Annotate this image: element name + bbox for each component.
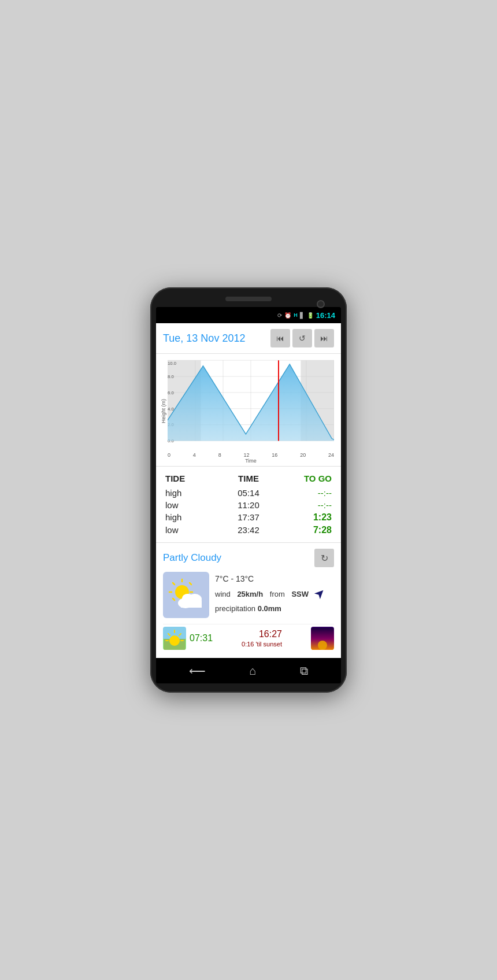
wind-from: from: [270, 590, 285, 598]
weather-title: Partly Cloudy: [163, 552, 221, 564]
tide-chart: Height (m): [156, 354, 341, 467]
weather-icon-box: [163, 572, 209, 618]
back-nav-icon[interactable]: ⟵: [189, 664, 206, 678]
refresh-button[interactable]: ↺: [292, 329, 312, 347]
alarm-icon: ⏰: [284, 312, 291, 319]
sunset-til: 0:16 'til sunset: [242, 641, 282, 648]
svg-point-45: [318, 641, 327, 650]
svg-line-29: [190, 583, 191, 585]
wind-label: wind: [215, 590, 231, 598]
phone-screen: ⟳ ⏰ H ▋ 🔋 16:14 Tue, 13 Nov 2012 ⏮ ↺ ⏭ H…: [156, 307, 341, 683]
xtick-8: 8: [218, 452, 221, 458]
weather-main: 7°C - 13°C wind 25km/h from SSW ➤ precip…: [163, 572, 334, 618]
nav-bar: ⟵ ⌂ ⧉: [156, 658, 341, 683]
sunrise-time: 07:31: [190, 633, 213, 644]
weather-precip: precipitation 0.0mm: [215, 604, 334, 613]
svg-text:6.0: 6.0: [168, 390, 174, 395]
chart-inner: 0.0 2.0 4.0 6.0 8.0 10.0: [168, 358, 334, 464]
table-row: high 17:37 1:23: [165, 511, 332, 524]
xtick-0: 0: [168, 452, 170, 458]
tide-col3-header: TO GO: [285, 474, 332, 483]
sunrise-svg: [164, 628, 186, 650]
svg-text:4.0: 4.0: [168, 406, 174, 412]
home-nav-icon[interactable]: ⌂: [249, 664, 256, 678]
weather-section: Partly Cloudy ↻: [156, 543, 341, 658]
tide-type-1: high: [165, 488, 212, 498]
weather-details: 7°C - 13°C wind 25km/h from SSW ➤ precip…: [215, 572, 334, 613]
tide-table-header: TIDE TIME TO GO: [165, 472, 332, 485]
xtick-24: 24: [328, 452, 334, 458]
weather-wind: wind 25km/h from SSW ➤: [215, 586, 334, 601]
precip-value: 0.0mm: [258, 604, 281, 613]
app-header: Tue, 13 Nov 2012 ⏮ ↺ ⏭: [156, 323, 341, 354]
tide-type-2: low: [165, 500, 212, 510]
tide-togo-4: 7:28: [285, 525, 332, 535]
svg-line-27: [173, 583, 175, 585]
xtick-16: 16: [272, 452, 277, 458]
chart-ylabel: Height (m): [161, 358, 166, 464]
svg-rect-35: [181, 601, 202, 608]
sunset-box: 16:27 0:16 'til sunset: [242, 629, 282, 648]
table-row: low 23:42 7:28: [165, 524, 332, 537]
tide-time-1: 05:14: [225, 488, 272, 498]
signal-icon: ▋: [300, 312, 305, 319]
wind-dir: SSW: [291, 590, 309, 598]
tide-togo-1: --:--: [285, 488, 332, 498]
svg-text:10.0: 10.0: [168, 361, 176, 366]
phone-device: ⟳ ⏰ H ▋ 🔋 16:14 Tue, 13 Nov 2012 ⏮ ↺ ⏭ H…: [150, 287, 347, 693]
header-date: Tue, 13 Nov 2012: [163, 332, 245, 345]
prev-button[interactable]: ⏮: [270, 329, 290, 347]
tide-table: TIDE TIME TO GO high 05:14 --:-- low 11:…: [156, 467, 341, 543]
sunrise-box: 07:31: [163, 627, 213, 650]
phone-speaker: [225, 297, 272, 301]
sunrise-icon: [163, 627, 186, 650]
table-row: low 11:20 --:--: [165, 499, 332, 511]
phone-camera: [317, 300, 325, 308]
tide-time-3: 17:37: [225, 512, 272, 523]
tide-col1-header: TIDE: [165, 474, 212, 483]
xtick-4: 4: [193, 452, 196, 458]
sun-row: 07:31 16:27 0:16 'til sunset: [163, 624, 334, 652]
tide-time-4: 23:42: [225, 525, 272, 535]
weather-temp: 7°C - 13°C: [215, 574, 334, 583]
svg-text:8.0: 8.0: [168, 374, 174, 379]
svg-line-30: [173, 598, 175, 600]
tide-type-3: high: [165, 512, 212, 523]
svg-point-38: [169, 635, 180, 646]
hspa-icon: H: [294, 312, 298, 318]
weather-header: Partly Cloudy ↻: [163, 549, 334, 567]
weather-refresh-button[interactable]: ↻: [314, 549, 334, 567]
tide-chart-svg: 0.0 2.0 4.0 6.0 8.0 10.0: [168, 358, 334, 451]
wind-arrow-icon: ➤: [311, 585, 329, 602]
sunset-time: 16:27: [259, 629, 282, 639]
xtick-20: 20: [300, 452, 306, 458]
next-button[interactable]: ⏭: [314, 329, 334, 347]
tide-col2-header: TIME: [225, 474, 272, 483]
status-bar: ⟳ ⏰ H ▋ 🔋 16:14: [156, 307, 341, 323]
app-content: Tue, 13 Nov 2012 ⏮ ↺ ⏭ Height (m): [156, 323, 341, 658]
table-row: high 05:14 --:--: [165, 487, 332, 499]
chart-xlabel: Time: [168, 458, 334, 464]
tide-type-4: low: [165, 525, 212, 535]
wind-speed: 25km/h: [237, 590, 263, 598]
recents-nav-icon[interactable]: ⧉: [300, 664, 308, 678]
xtick-12: 12: [243, 452, 249, 458]
sunset-icon: [311, 627, 334, 650]
tide-togo-3: 1:23: [285, 512, 332, 523]
header-nav-buttons: ⏮ ↺ ⏭: [270, 329, 334, 347]
tide-time-2: 11:20: [225, 500, 272, 510]
precip-label: precipitation: [215, 604, 255, 613]
chart-xaxis: 0 4 8 12 16 20 24: [168, 452, 334, 458]
status-time: 16:14: [316, 311, 335, 320]
sunset-svg: [311, 628, 333, 650]
battery-icon: 🔋: [307, 312, 314, 319]
partly-cloudy-icon: [166, 575, 206, 615]
tide-togo-2: --:--: [285, 500, 332, 510]
rotate-icon: ⟳: [277, 312, 282, 319]
